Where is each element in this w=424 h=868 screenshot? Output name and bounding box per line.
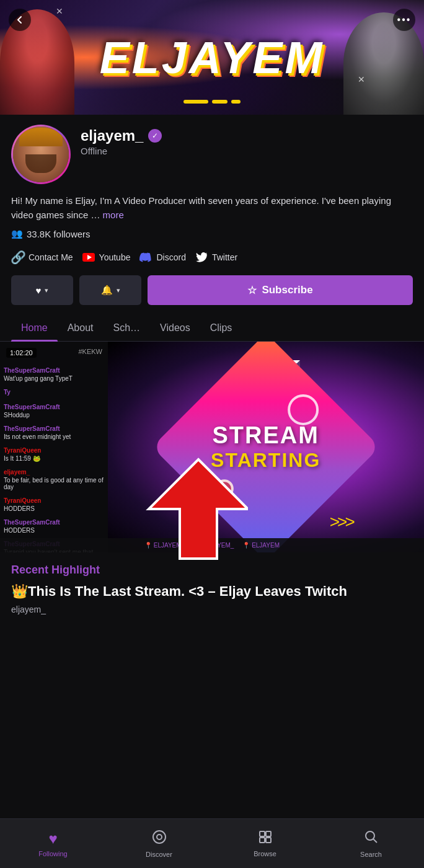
notify-chevron-icon: ▾ bbox=[117, 286, 120, 294]
chat-username: eljayem_ bbox=[4, 469, 30, 476]
social-link-contact[interactable]: 🔗 Contact Me bbox=[11, 250, 73, 264]
youtube-label: Youtube bbox=[99, 252, 131, 262]
contact-label: Contact Me bbox=[29, 252, 73, 262]
stream-graphic: STREAM STARTING >>> >>> bbox=[108, 342, 424, 552]
recent-highlight-section: Recent Highlight 👑This Is The Last Strea… bbox=[0, 552, 424, 623]
twitter-label: Twitter bbox=[212, 252, 237, 262]
recent-highlight-label: Recent Highlight bbox=[11, 564, 413, 577]
chat-text: HODDERS bbox=[4, 505, 105, 512]
social-link-discord[interactable]: Discord bbox=[139, 250, 185, 264]
back-button[interactable] bbox=[9, 9, 31, 31]
banner: ELJAYEM ••• ✕ ✕ bbox=[0, 0, 424, 115]
follow-heart-icon: ♥ bbox=[36, 285, 42, 296]
chat-username: TheSuperSamCraft bbox=[4, 367, 60, 374]
chat-message: TheSuperSamCraft SHoddup bbox=[4, 401, 105, 418]
nav-discover[interactable]: Discover bbox=[106, 825, 212, 863]
following-label: Following bbox=[38, 850, 67, 857]
chat-text: SHoddup bbox=[4, 412, 105, 418]
profile-info: eljayem_ ✓ Offline bbox=[81, 125, 413, 156]
svg-point-3 bbox=[153, 831, 166, 843]
chat-username: TheSuperSamCraft bbox=[4, 404, 60, 410]
profile-name-row: eljayem_ ✓ bbox=[81, 127, 413, 144]
chat-text: Wat'up gang gang TypeT bbox=[4, 375, 105, 382]
subscribe-label: Subscribe bbox=[262, 284, 312, 296]
verified-badge: ✓ bbox=[148, 129, 162, 143]
followers-text: 33.8K followers bbox=[27, 229, 91, 239]
discord-icon bbox=[139, 250, 152, 264]
bio-text: Hi! My name is Eljay, I'm A Video Produc… bbox=[11, 194, 413, 222]
bio-more-link[interactable]: more bbox=[103, 210, 124, 220]
social-links: 🔗 Contact Me Youtube Discord Twitter bbox=[0, 247, 424, 273]
chat-username: TheSuperSamCraft bbox=[4, 519, 60, 526]
stream-tag-2: 📍 ELJAYEM_ bbox=[193, 542, 234, 549]
action-buttons: ♥ ▾ 🔔 ▾ ☆ Subscribe bbox=[0, 273, 424, 315]
avatar-wrapper bbox=[11, 125, 71, 184]
chat-text: HODDERS bbox=[4, 527, 105, 534]
avatar-beard bbox=[25, 154, 56, 173]
stream-container: 1:02:20 TheSuperSamCraft Wat'up gang gan… bbox=[0, 342, 424, 552]
browse-label: Browse bbox=[254, 850, 276, 857]
stream-tag-1: 📍 ELJAYEM_ bbox=[144, 542, 185, 549]
chat-username: Ty bbox=[4, 389, 11, 396]
social-link-twitter[interactable]: Twitter bbox=[195, 250, 237, 264]
stream-circle-top bbox=[288, 394, 319, 425]
tab-videos[interactable]: Videos bbox=[150, 315, 200, 341]
banner-dashes bbox=[183, 100, 241, 104]
stream-arrows-right: >>> bbox=[330, 512, 353, 532]
bottom-nav: ♥ Following Discover Browse bbox=[0, 818, 424, 868]
chat-text: Its not even midnight yet bbox=[4, 433, 105, 440]
chat-username: TyraniQueen bbox=[4, 447, 41, 454]
chat-message: TyraniQueen HODDERS bbox=[4, 494, 105, 512]
chat-message: Ty bbox=[4, 386, 105, 397]
search-label: Search bbox=[360, 851, 382, 858]
bio-section: Hi! My name is Eljay, I'm A Video Produc… bbox=[0, 192, 424, 247]
discord-label: Discord bbox=[156, 252, 185, 262]
nav-search[interactable]: Search bbox=[318, 825, 424, 863]
avatar-ring bbox=[11, 125, 71, 184]
banner-close-x1[interactable]: ✕ bbox=[56, 6, 63, 16]
stream-area[interactable]: 1:02:20 TheSuperSamCraft Wat'up gang gan… bbox=[0, 342, 424, 552]
following-icon: ♥ bbox=[48, 830, 57, 848]
nav-following[interactable]: ♥ Following bbox=[0, 825, 106, 862]
highlight-title[interactable]: 👑This Is The Last Stream. <3 – Eljay Lea… bbox=[11, 583, 413, 601]
notify-bell-icon: 🔔 bbox=[101, 285, 113, 296]
tab-about[interactable]: About bbox=[58, 315, 104, 341]
notify-button[interactable]: 🔔 ▾ bbox=[79, 275, 141, 305]
avatar bbox=[13, 126, 69, 182]
svg-point-4 bbox=[157, 835, 162, 839]
nav-browse[interactable]: Browse bbox=[212, 825, 318, 862]
follow-button[interactable]: ♥ ▾ bbox=[11, 275, 73, 305]
followers-icon: 👥 bbox=[11, 228, 23, 239]
chat-message: eljayem_ To be fair, bed is good at any … bbox=[4, 466, 105, 490]
discover-label: Discover bbox=[146, 851, 172, 858]
chat-message: TheSuperSamCraft Its not even midnight y… bbox=[4, 422, 105, 440]
banner-dash bbox=[212, 100, 227, 104]
nav-tabs: Home About Sch… Videos Clips bbox=[0, 315, 424, 342]
profile-section: eljayem_ ✓ Offline bbox=[0, 115, 424, 192]
banner-dash bbox=[231, 100, 241, 104]
stream-bottom-bar: 📍 ELJAYEM_ 📍 ELJAYEM_ 📍 ELJAYEM bbox=[0, 538, 424, 552]
stream-chat: 1:02:20 TheSuperSamCraft Wat'up gang gan… bbox=[0, 342, 108, 552]
chat-message: TheSuperSamCraft HODDERS bbox=[4, 516, 105, 534]
chat-text: To be fair, bed is good at any time of d… bbox=[4, 477, 105, 490]
banner-close-x2[interactable]: ✕ bbox=[358, 74, 365, 84]
chat-message: TheSuperSamCraft Wat'up gang gang TypeT bbox=[4, 364, 105, 382]
tab-schedule[interactable]: Sch… bbox=[104, 315, 151, 341]
browse-icon bbox=[258, 830, 272, 848]
stream-arrows-bottom: >>> bbox=[181, 514, 203, 528]
stream-timer: 1:02:20 bbox=[6, 348, 37, 358]
tab-clips[interactable]: Clips bbox=[200, 315, 242, 341]
stream-text-wrapper: STREAM STARTING bbox=[211, 422, 320, 472]
search-icon bbox=[364, 830, 379, 848]
subscribe-button[interactable]: ☆ Subscribe bbox=[148, 275, 413, 305]
followers-count: 👥 33.8K followers bbox=[11, 228, 413, 239]
stream-tag-3: 📍 ELJAYEM bbox=[242, 542, 280, 549]
youtube-icon bbox=[82, 250, 95, 264]
chat-message: TyraniQueen Is It 11:59 🐸 bbox=[4, 444, 105, 462]
social-link-youtube[interactable]: Youtube bbox=[82, 250, 131, 264]
more-options-button[interactable]: ••• bbox=[393, 9, 415, 31]
stream-text-stream: STREAM bbox=[211, 422, 320, 449]
tab-home[interactable]: Home bbox=[11, 315, 58, 341]
profile-status: Offline bbox=[81, 146, 413, 156]
svg-point-9 bbox=[366, 831, 374, 840]
